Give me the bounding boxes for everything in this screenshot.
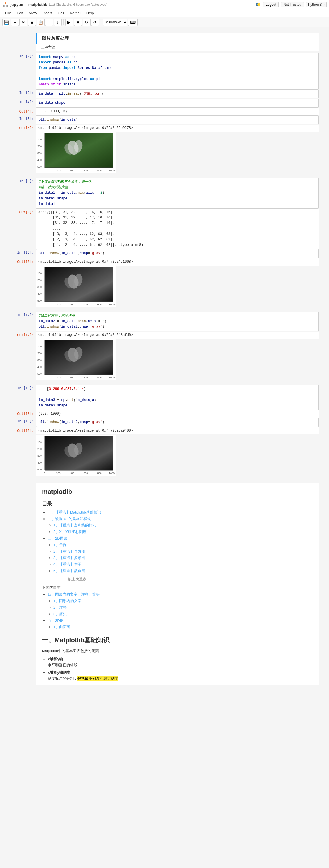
svg-text:300: 300: [37, 455, 42, 457]
stop-button[interactable]: ■: [74, 19, 82, 26]
toc-sublink-2-2[interactable]: 2、X、Y轴坐标刻度: [53, 530, 87, 534]
prompt-out4: Out[4]:: [10, 108, 36, 115]
body-in2b[interactable]: im_data = plt.imread('芝麻.jpg'): [36, 89, 319, 98]
body-in12[interactable]: #第二种方法，求平均值 im_data2 = im_data.mean(axis…: [36, 312, 319, 332]
code-in2[interactable]: import numpy as np import pandas as pd f…: [36, 53, 319, 89]
toc-sublink-4-1[interactable]: 1、图形内的文字: [53, 599, 81, 603]
menu-file[interactable]: File: [2, 10, 14, 16]
toc-sub-item-2-2[interactable]: 2、X、Y轴坐标刻度: [53, 529, 313, 535]
toc-sublink-5-1[interactable]: 1、曲面图: [53, 625, 70, 629]
toc-sublink-3-5[interactable]: 5、【重点】散点图: [53, 569, 85, 573]
output-out15: <matplotlib.image.AxesImage at 0x7fa2b23…: [36, 427, 319, 434]
xtick-400: 400: [70, 169, 74, 172]
cell-in5: In [5]: plt.imshow(im_data): [10, 115, 319, 124]
menu-help[interactable]: Help: [83, 10, 97, 16]
toc-link-3[interactable]: 三、2D图形: [48, 536, 67, 540]
move-down-button[interactable]: ↓: [54, 19, 62, 26]
svg-text:100: 100: [37, 272, 42, 275]
cell-in10: In [10]: plt.imshow(im_data1,cmap='gray'…: [10, 249, 319, 258]
body-in13[interactable]: a = [0.299,0.587,0.114] im_data3 = np.do…: [36, 385, 319, 410]
toc-sublink-3-4[interactable]: 4、【重点】饼图: [53, 562, 81, 566]
menu-cell[interactable]: Cell: [55, 10, 67, 16]
toc-item-3[interactable]: 三、2D图形 1、示例 2、【重点】直方图 3、【重点】多形图 4、【重点】饼图…: [48, 535, 313, 574]
toc-sublink-4-2[interactable]: 2、注释: [53, 605, 66, 610]
toc-item-4[interactable]: 四、图形内的文字、注释、箭头 1、图形内的文字 2、注释 3、箭头: [48, 591, 313, 617]
body-in8[interactable]: #灰度化就是RGB三个通道，归一化 #第一种方式取大值 im_data1 = i…: [36, 178, 319, 209]
menu-edit[interactable]: Edit: [14, 10, 26, 16]
code-in10[interactable]: plt.imshow(im_data1,cmap='gray'): [36, 249, 319, 258]
toc-sublink-3-2[interactable]: 2、【重点】直方图: [53, 549, 85, 554]
code-in15[interactable]: plt.imshow(im_data3,cmap='gray'): [36, 418, 319, 427]
ticks-highlight: 包括最小刻度和最大刻度: [78, 676, 118, 681]
toc-sub-item-3-4[interactable]: 4、【重点】饼图: [53, 561, 313, 567]
body-in4[interactable]: im_data.shape: [36, 98, 319, 107]
toc-item-1[interactable]: 一、【重点】Matplotlib基础知识: [48, 509, 313, 516]
toc-sub-item-4-3[interactable]: 3、箭头: [53, 611, 313, 617]
code-in12[interactable]: #第二种方法，求平均值 im_data2 = im_data.mean(axis…: [36, 312, 319, 332]
code-in5[interactable]: plt.imshow(im_data): [36, 115, 319, 124]
copy-button[interactable]: ⊞: [28, 19, 36, 26]
toc-item-5[interactable]: 五、3D图 1、曲面图: [48, 618, 313, 630]
cell-out4: Out[4]: (662, 1000, 3): [10, 108, 319, 115]
xtick-800: 800: [97, 169, 101, 172]
toc-sub-item-3-5[interactable]: 5、【重点】散点图: [53, 568, 313, 574]
toc-item-2[interactable]: 二、设置plot的风格和样式 1、【重点】点和线的样式 2、X、Y轴坐标刻度: [48, 516, 313, 535]
restart-button[interactable]: ↺: [83, 19, 91, 26]
toc-sublink-2-1[interactable]: 1、【重点】点和线的样式: [53, 523, 96, 527]
notebook-title[interactable]: matplotlib: [28, 2, 48, 7]
cut-button[interactable]: ✂: [20, 19, 27, 26]
move-up-button[interactable]: ↑: [45, 19, 53, 26]
run-button[interactable]: ▶|: [65, 19, 73, 26]
svg-text:0: 0: [44, 472, 45, 475]
code-in4[interactable]: im_data.shape: [36, 98, 319, 107]
empty-prompt2: [10, 44, 36, 51]
toc-sublink-4-3[interactable]: 3、箭头: [53, 612, 66, 616]
menu-insert[interactable]: Insert: [40, 10, 55, 16]
matplotlib-desc: Matplotlib中的基本图表包括的元素: [42, 648, 313, 654]
cell-out10: Out[10]: <matplotlib.image.AxesImage at …: [10, 258, 319, 266]
svg-text:400: 400: [70, 472, 74, 475]
not-trusted-button[interactable]: Not Trusted: [281, 2, 304, 7]
toc-link-1[interactable]: 一、【重点】Matplotlib基础知识: [48, 510, 101, 515]
body-in5[interactable]: plt.imshow(im_data): [36, 115, 319, 124]
add-cell-button[interactable]: +: [11, 19, 19, 26]
xtick-1000: 1000: [109, 169, 115, 172]
cell-type-select[interactable]: Markdown Code: [103, 19, 127, 26]
basic-elements-list: x轴和y轴 水平和垂直的轴线 x轴和y轴刻度 刻度标注的分割，包括最小刻度和最大…: [48, 656, 313, 682]
topbar: jupyter matplotlib Last Checkpoint: 6 ho…: [0, 0, 329, 9]
body-in15[interactable]: plt.imshow(im_data3,cmap='gray'): [36, 418, 319, 427]
toc-link-5[interactable]: 五、3D图: [48, 618, 64, 623]
body-out10: <matplotlib.image.AxesImage at 0x7fa2b24…: [36, 258, 319, 266]
toc-sub-item-3-1[interactable]: 1、示例: [53, 542, 313, 548]
toc-sub-item-3-2[interactable]: 2、【重点】直方图: [53, 549, 313, 555]
paste-button[interactable]: 📋: [36, 19, 44, 26]
toolbar-separator-1: [63, 19, 64, 25]
toc-sub-item-4-2[interactable]: 2、注释: [53, 604, 313, 611]
section-grayscale: 图片灰度处理: [10, 33, 319, 44]
keyboard-shortcuts-button[interactable]: ⌨: [128, 19, 138, 26]
toc-link-4[interactable]: 四、图形内的文字、注释、箭头: [48, 592, 100, 596]
prompt-in10: In [10]:: [10, 249, 36, 258]
toc-sublink-3-1[interactable]: 1、示例: [53, 543, 66, 547]
toc-sublink-3-3[interactable]: 3、【重点】多形图: [53, 556, 85, 560]
toc-sub-item-2-1[interactable]: 1、【重点】点和线的样式: [53, 522, 313, 528]
body-in2[interactable]: import numpy as np import pandas as pd f…: [36, 53, 319, 89]
menu-kernel[interactable]: Kernel: [67, 10, 83, 16]
toc-sub-item-4-1[interactable]: 1、图形内的文字: [53, 598, 313, 604]
svg-point-2: [6, 5, 8, 7]
toc-sub-item-5-1[interactable]: 1、曲面图: [53, 624, 313, 630]
body-in10[interactable]: plt.imshow(im_data1,cmap='gray'): [36, 249, 319, 258]
toc-link-2[interactable]: 二、设置plot的风格和样式: [48, 517, 91, 521]
svg-text:500: 500: [37, 299, 42, 302]
toc-sublist-4: 1、图形内的文字 2、注释 3、箭头: [53, 598, 313, 617]
toc-sub-item-3-3[interactable]: 3、【重点】多形图: [53, 555, 313, 561]
code-in8[interactable]: #灰度化就是RGB三个通道，归一化 #第一种方式取大值 im_data1 = i…: [36, 178, 319, 209]
code-in2b[interactable]: im_data = plt.imread('芝麻.jpg'): [36, 89, 319, 98]
matplotlib-heading: matplotlib: [42, 488, 313, 497]
save-button[interactable]: 💾: [2, 19, 10, 26]
svg-point-4: [257, 3, 260, 6]
menu-view[interactable]: View: [26, 10, 40, 16]
logout-button[interactable]: Logout: [263, 2, 279, 7]
code-in13[interactable]: a = [0.299,0.587,0.114] im_data3 = np.do…: [36, 385, 319, 410]
restart-run-button[interactable]: ⟳: [91, 19, 99, 26]
